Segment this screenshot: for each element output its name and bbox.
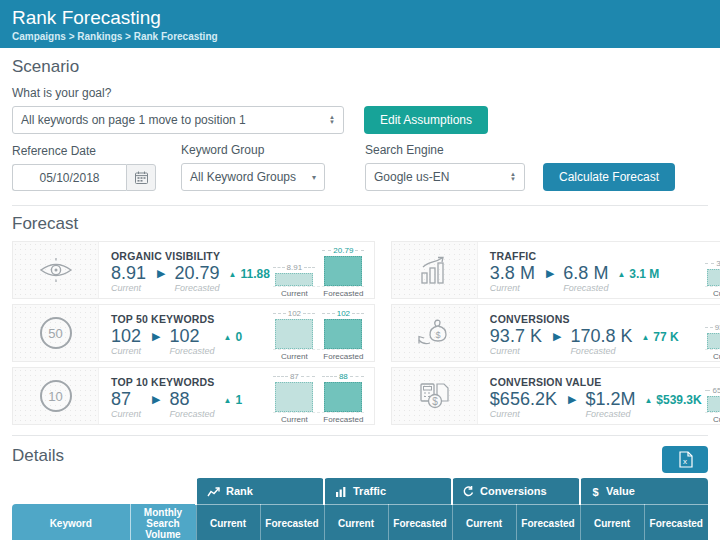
forecasted-bar (324, 256, 362, 286)
current-value: 102 (111, 326, 141, 346)
col-header-keyword[interactable]: Keyword (12, 504, 130, 540)
group-header-conversions[interactable]: Conversions (452, 478, 580, 504)
breadcrumb[interactable]: Campaigns > Rankings > Rank Forecasting (12, 31, 708, 42)
arrow-right-icon: ▶ (157, 267, 165, 280)
svg-text:$: $ (436, 330, 441, 340)
select-stepper-icon: ▲▼ (329, 115, 335, 125)
delta-value: ▲ $539.3K (644, 393, 701, 407)
metric-card-organic-visibility: ORGANIC VISIBILITY 8.91 Current ▶ 20.79 … (12, 241, 375, 299)
scenario-section: Scenario What is your goal? All keywords… (0, 48, 720, 206)
refresh-icon (463, 486, 474, 497)
col-header-traffic-current[interactable]: Current (324, 504, 388, 540)
metric-card-top-10-keywords: 10 TOP 10 KEYWORDS 87 Current ▶ 88 Forec… (12, 367, 375, 425)
scenario-heading: Scenario (12, 57, 708, 77)
circle-50-icon: 50 (40, 317, 72, 349)
metric-title: CONVERSIONS (490, 313, 702, 325)
details-table: Rank Traffic Conversions $ Value (12, 478, 708, 540)
export-excel-button[interactable]: x (662, 446, 708, 473)
current-bar (275, 319, 313, 349)
reference-date-label: Reference Date (12, 144, 157, 158)
eye-icon (37, 256, 75, 284)
arrow-right-icon: ▶ (568, 393, 576, 406)
delta-value: ▲ 11.88 (229, 267, 270, 281)
arrow-right-icon: ▶ (546, 267, 554, 280)
current-bar (707, 333, 720, 349)
calendar-icon (135, 171, 148, 184)
mini-bar-chart: 8.91 20.79 CurrentForecasted (270, 242, 374, 298)
goal-select-value: All keywords on page 1 move to position … (21, 113, 246, 127)
app-header: Rank Forecasting Campaigns > Rankings > … (0, 0, 720, 48)
metric-title: CONVERSION VALUE (490, 376, 702, 388)
delta-value: ▲ 1 (224, 393, 243, 407)
col-header-value-forecasted[interactable]: Forecasted (644, 504, 708, 540)
group-header-row: Rank Traffic Conversions $ Value (12, 478, 708, 504)
arrow-up-icon: ▲ (229, 270, 237, 279)
bar-chart-icon (335, 487, 347, 497)
arrow-up-icon: ▲ (617, 270, 625, 279)
forecast-heading: Forecast (12, 214, 708, 234)
group-header-rank[interactable]: Rank (196, 478, 324, 504)
search-engine-select[interactable]: Google us-EN ▲▼ (365, 163, 525, 191)
metric-card-traffic: TRAFFIC 3.8 M Current ▶ 6.8 M Forecasted… (391, 241, 720, 299)
current-value: $656.2K (490, 389, 557, 409)
forecasted-value: 88 (169, 389, 214, 409)
goal-label: What is your goal? (12, 86, 708, 100)
metric-title: ORGANIC VISIBILITY (111, 250, 270, 262)
svg-text:$: $ (592, 486, 598, 497)
search-engine-label: Search Engine (365, 143, 525, 157)
mini-bar-chart: 93.7 K 170.8 K CurrentForecasted (702, 305, 720, 361)
line-chart-icon (207, 487, 220, 497)
mini-bar-chart: 3.8 M 6.8 M CurrentForecasted (702, 242, 720, 298)
chevron-down-icon: ▾ (312, 173, 316, 182)
calculator-icon: $ (417, 381, 451, 411)
col-header-conversions-current[interactable]: Current (452, 504, 516, 540)
arrow-up-icon: ▲ (644, 396, 652, 405)
circle-10-icon: 10 (40, 380, 72, 412)
forecasted-value: 6.8 M (563, 263, 608, 283)
col-header-value-current[interactable]: Current (580, 504, 644, 540)
keyword-group-label: Keyword Group (181, 143, 325, 157)
forecasted-value: $1.2M (585, 389, 635, 409)
keyword-group-select[interactable]: All Keyword Groups ▾ (181, 163, 325, 191)
svg-text:$: $ (433, 396, 439, 407)
delta-value: ▲ 0 (224, 330, 243, 344)
current-value: 8.91 (111, 263, 146, 283)
reference-date-input[interactable]: 05/10/2018 (12, 164, 126, 191)
group-header-value[interactable]: $ Value (580, 478, 708, 504)
mini-bar-chart: 87 88 CurrentForecasted (270, 368, 374, 424)
metric-card-top-50-keywords: 50 TOP 50 KEYWORDS 102 Current ▶ 102 For… (12, 304, 375, 362)
col-header-rank-forecasted[interactable]: Forecasted (260, 504, 324, 540)
metric-title: TRAFFIC (490, 250, 702, 262)
current-bar (707, 396, 720, 412)
current-bar (707, 269, 720, 286)
current-value: 93.7 K (490, 326, 542, 346)
current-value: 87 (111, 389, 141, 409)
metric-title: TOP 50 KEYWORDS (111, 313, 270, 325)
arrow-up-icon: ▲ (224, 396, 232, 405)
col-header-rank-current[interactable]: Current (196, 504, 260, 540)
calculate-forecast-button[interactable]: Calculate Forecast (543, 163, 675, 191)
forecasted-value: 20.79 (175, 263, 220, 283)
metric-card-conversion-value: $ CONVERSION VALUE $656.2K Current ▶ $1.… (391, 367, 720, 425)
group-header-traffic[interactable]: Traffic (324, 478, 452, 504)
calendar-button[interactable] (126, 164, 156, 191)
money-bag-icon: $ (416, 319, 452, 347)
current-bar (275, 382, 313, 412)
current-bar (275, 273, 313, 286)
edit-assumptions-button[interactable]: Edit Assumptions (364, 106, 488, 134)
col-header-conversions-forecasted[interactable]: Forecasted (516, 504, 580, 540)
page-title: Rank Forecasting (12, 6, 708, 30)
details-heading: Details (12, 446, 64, 466)
keyword-group-value: All Keyword Groups (190, 170, 296, 184)
forecasted-bar (324, 382, 362, 412)
goal-select[interactable]: All keywords on page 1 move to position … (12, 106, 344, 134)
col-header-traffic-forecasted[interactable]: Forecasted (388, 504, 452, 540)
col-header-monthly-search-volume[interactable]: Monthly Search Volume (130, 504, 196, 540)
column-header-row: Keyword Monthly Search Volume Current Fo… (12, 504, 708, 540)
bar-growth-icon (419, 256, 449, 284)
select-stepper-icon: ▲▼ (510, 172, 516, 182)
search-engine-value: Google us-EN (374, 170, 449, 184)
mini-bar-chart: 102 102 CurrentForecasted (270, 305, 374, 361)
excel-export-icon: x (678, 451, 693, 468)
delta-value: ▲ 77 K (641, 330, 678, 344)
